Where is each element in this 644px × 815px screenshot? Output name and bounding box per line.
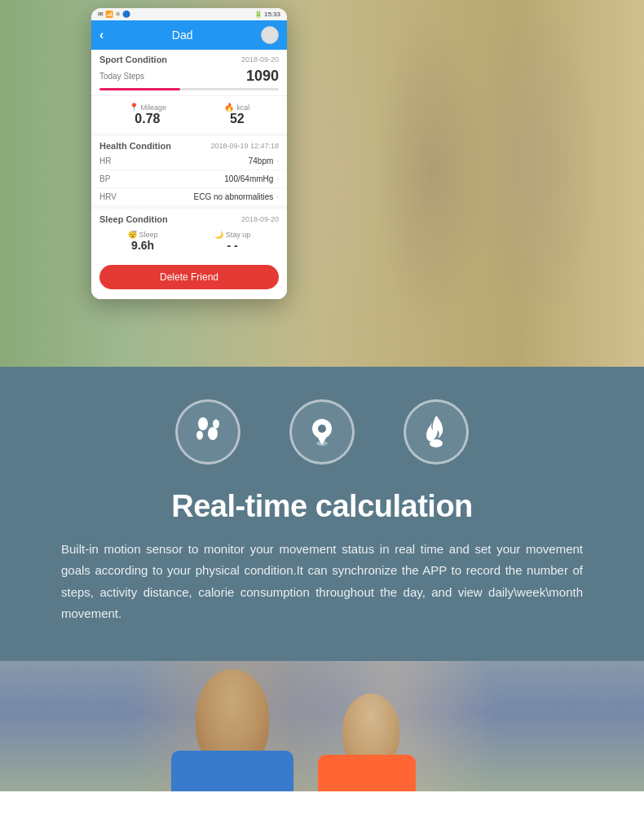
kcal-icon: 🔥 [224,103,234,112]
sleep-metric: 😴 Sleep 9.6h [128,231,158,252]
svg-point-2 [196,431,203,440]
battery-icon: 🔋 [254,11,262,18]
flame-icon [420,414,452,450]
hrv-arrow: › [276,193,279,200]
hr-label: HR [99,156,111,165]
progress-fill [99,88,180,90]
sport-condition-label: Sport Condition [99,55,167,64]
health-condition-label: Health Condition [99,141,171,151]
sleep-icon: 😴 [128,231,137,239]
kcal-metric: 🔥 kcal 52 [224,103,249,126]
bp-arrow: › [276,175,279,183]
hrv-row: HRV ECG no abnormalities › [91,188,287,206]
phone-header: ‹ Dad [91,20,287,50]
stayup-icon-label: 🌙 Stay up [214,231,251,239]
bp-row: BP 100/64mmHg › [91,170,287,188]
time-display: 15:33 [264,11,280,18]
kcal-value: 52 [230,112,245,126]
sleep-section-header: Sleep Condition 2018-09-20 [91,209,287,226]
health-section: Health Condition 2018-09-19 12:47:18 HR … [91,136,287,206]
footsteps-icon [192,416,224,448]
steps-progress [91,88,287,95]
phone-mockup: ✉ 📶 ⚛ 🔵 🔋 15:33 ‹ Dad Sport Condition 20… [91,8,287,299]
delete-button-wrapper: Delete Friend [91,258,287,299]
stayup-value: - - [227,239,238,252]
svg-point-3 [213,420,219,429]
status-icons-right: 🔋 15:33 [254,11,280,18]
stayup-label: Stay up [226,231,251,239]
mileage-icon-label: 📍 Mileage [129,103,167,112]
mileage-value: 0.78 [135,112,160,126]
stayup-icon: 🌙 [214,231,223,239]
svg-point-0 [198,417,208,430]
phone-title: Dad [172,29,193,42]
health-condition-datetime: 2018-09-19 12:47:18 [210,142,279,150]
mileage-icon: 📍 [129,103,139,112]
mileage-label: Mileage [141,104,167,112]
delete-friend-button[interactable]: Delete Friend [99,265,279,289]
hrv-value-container: ECG no abnormalities › [194,192,280,201]
hr-row: HR 74bpm › [91,152,287,170]
steps-feature-icon [175,399,240,465]
svg-point-8 [430,439,443,447]
kcal-label: kcal [236,104,249,112]
metrics-row: 📍 Mileage 0.78 🔥 kcal 52 [91,95,287,133]
hrv-value: ECG no abnormalities [194,192,274,201]
sleep-section: Sleep Condition 2018-09-20 😴 Sleep 9.6h … [91,209,287,258]
kcal-icon-label: 🔥 kcal [224,103,249,112]
sport-section-header: Sport Condition 2018-09-20 [91,50,287,66]
flame-feature-icon [404,399,469,465]
person-left-shirt [171,751,293,791]
health-section-header: Health Condition 2018-09-19 12:47:18 [91,136,287,152]
phone-status-bar: ✉ 📶 ⚛ 🔵 🔋 15:33 [91,8,287,20]
bottom-hero-section [0,661,644,791]
sleep-data-row: 😴 Sleep 9.6h 🌙 Stay up - - [91,226,287,258]
location-pin-icon [304,414,340,450]
location-feature-icon [289,399,355,465]
wifi-icon: ⚛ [115,11,121,18]
svg-point-1 [208,427,218,440]
bp-value: 100/64mmHg [224,174,273,183]
stayup-metric: 🌙 Stay up - - [214,231,251,252]
hr-value-container: 74bpm › [249,156,279,165]
steps-row: Today Steps 1090 [91,66,287,88]
bp-value-container: 100/64mmHg › [224,174,279,183]
sleep-icon-label: 😴 Sleep [128,231,158,239]
avatar [261,26,279,44]
status-icons-left: ✉ 📶 ⚛ 🔵 [98,11,130,18]
back-button[interactable]: ‹ [99,28,104,42]
bluetooth-icon: 🔵 [122,11,130,18]
progress-track [99,88,279,90]
steps-label: Today Steps [99,72,144,81]
phone-body: Sport Condition 2018-09-20 Today Steps 1… [91,50,287,299]
hrv-label: HRV [99,192,117,201]
mileage-metric: 📍 Mileage 0.78 [129,103,167,126]
sleep-condition-date: 2018-09-20 [241,215,279,223]
sleep-label: Sleep [139,231,158,239]
hr-arrow: › [276,157,279,165]
sport-condition-date: 2018-09-20 [241,55,279,64]
message-icon: ✉ [98,11,104,18]
svg-point-5 [318,425,326,433]
sleep-value: 9.6h [131,239,154,252]
signal-icon: 📶 [105,11,113,18]
person-right-shirt [318,755,416,791]
top-hero-section: ✉ 📶 ⚛ 🔵 🔋 15:33 ‹ Dad Sport Condition 20… [0,0,644,367]
section-heading: Real-time calculation [16,489,628,524]
steps-value: 1090 [246,68,279,85]
section-description: Built-in motion sensor to monitor your m… [61,539,583,624]
bp-label: BP [99,174,110,183]
features-section: Real-time calculation Built-in motion se… [0,367,644,661]
sleep-condition-label: Sleep Condition [99,214,168,224]
hr-value: 74bpm [249,156,274,165]
feature-icons-row [16,399,628,465]
